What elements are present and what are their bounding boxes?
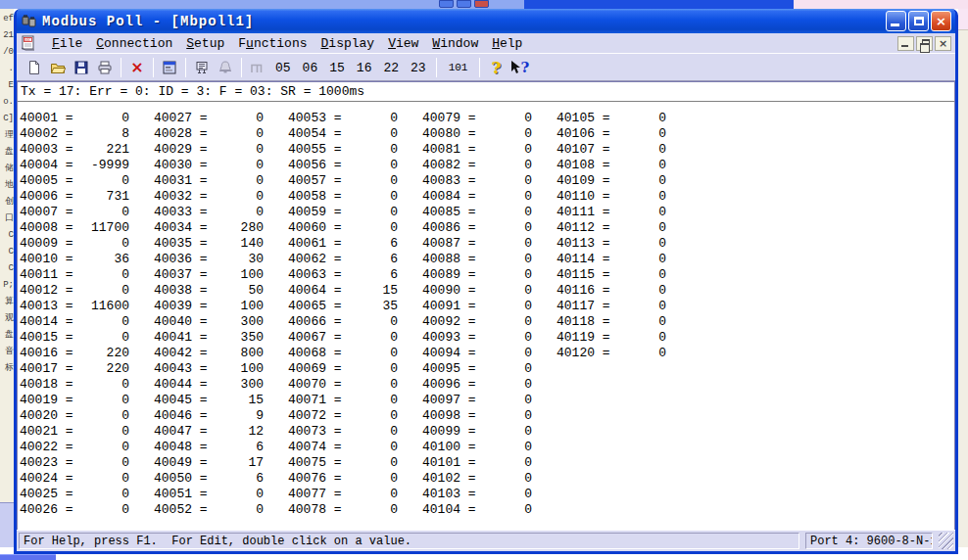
register-value[interactable]: 12 (248, 424, 264, 440)
register-cell[interactable]: 40015 =0 (20, 330, 129, 346)
register-cell[interactable]: 40118 =0 (557, 314, 666, 330)
register-value[interactable]: 221 (107, 142, 129, 158)
register-value[interactable]: 0 (256, 111, 264, 126)
register-value[interactable]: 0 (390, 142, 398, 158)
register-cell[interactable]: 40090 =0 (422, 283, 532, 299)
register-value[interactable]: 0 (390, 361, 398, 377)
register-cell[interactable]: 40071 =0 (288, 393, 398, 408)
register-cell[interactable]: 40028 =0 (154, 126, 264, 142)
register-value[interactable]: 0 (524, 408, 532, 424)
register-cell[interactable]: 40045 =15 (154, 393, 264, 408)
register-cell[interactable]: 40112 =0 (557, 220, 666, 236)
register-value[interactable]: 220 (107, 346, 129, 361)
register-cell[interactable]: 40057 =0 (288, 173, 398, 189)
register-cell[interactable]: 40111 =0 (557, 205, 666, 220)
register-cell[interactable]: 40120 =0 (557, 346, 666, 361)
register-cell[interactable]: 40034 =280 (154, 220, 264, 236)
register-cell[interactable]: 40038 =50 (154, 283, 264, 299)
register-value[interactable]: 0 (658, 236, 666, 252)
register-cell[interactable]: 40080 =0 (422, 126, 532, 142)
disconnect-button[interactable]: × (125, 56, 149, 78)
register-value[interactable]: 0 (658, 346, 666, 361)
register-cell[interactable]: 40004 =-9999 (20, 158, 129, 173)
register-value[interactable]: 0 (390, 471, 398, 487)
register-cell[interactable]: 40058 =0 (288, 189, 398, 205)
register-cell[interactable]: 40100 =0 (422, 440, 532, 455)
register-cell[interactable]: 40074 =0 (288, 440, 398, 455)
register-value[interactable]: 0 (390, 440, 398, 455)
register-value[interactable]: 0 (524, 314, 532, 330)
register-cell[interactable]: 40079 =0 (422, 111, 532, 126)
register-cell[interactable]: 40055 =0 (288, 142, 398, 158)
register-value[interactable]: 731 (107, 189, 129, 205)
register-value[interactable]: 0 (121, 330, 129, 346)
register-cell[interactable]: 40073 =0 (288, 424, 398, 440)
register-value[interactable]: 0 (658, 283, 666, 299)
register-value[interactable]: 6 (390, 252, 398, 267)
menu-setup[interactable]: Setup (179, 35, 231, 52)
register-cell[interactable]: 40001 =0 (20, 111, 129, 126)
register-value[interactable]: 0 (390, 220, 398, 236)
register-cell[interactable]: 40082 =0 (422, 158, 532, 173)
register-cell[interactable]: 40053 =0 (288, 111, 398, 126)
register-value[interactable]: 0 (524, 393, 532, 408)
register-value[interactable]: 0 (390, 502, 398, 518)
register-cell[interactable]: 40066 =0 (288, 314, 398, 330)
register-value[interactable]: 0 (524, 487, 532, 502)
help-button[interactable]: ? (484, 56, 508, 78)
register-cell[interactable]: 40024 =0 (20, 471, 129, 487)
register-cell[interactable]: 40052 =0 (154, 502, 264, 518)
register-cell[interactable]: 40032 =0 (154, 189, 264, 205)
background-close-button[interactable] (474, 0, 489, 8)
register-value[interactable]: 0 (524, 236, 532, 252)
register-value[interactable]: 11600 (91, 299, 129, 314)
register-cell[interactable]: 40076 =0 (288, 471, 398, 487)
register-value[interactable]: 0 (390, 173, 398, 189)
register-cell[interactable]: 40085 =0 (422, 205, 532, 220)
register-value[interactable]: 0 (121, 424, 129, 440)
register-value[interactable]: 0 (524, 220, 532, 236)
titlebar[interactable]: Modbus Poll - [Mbpoll1] × (17, 9, 955, 33)
register-cell[interactable]: 40115 =0 (557, 267, 666, 283)
register-value[interactable]: 0 (121, 393, 129, 408)
register-value[interactable]: 0 (524, 189, 532, 205)
register-value[interactable]: 0 (524, 330, 532, 346)
menu-file[interactable]: File (45, 35, 89, 52)
register-cell[interactable]: 40091 =0 (422, 299, 532, 314)
register-value[interactable]: 0 (524, 142, 532, 158)
register-cell[interactable]: 40056 =0 (288, 158, 398, 173)
register-value[interactable]: 0 (658, 220, 666, 236)
function-16-button[interactable]: 16 (351, 61, 378, 75)
register-value[interactable]: 6 (390, 267, 398, 283)
register-cell[interactable]: 40095 =0 (422, 361, 532, 377)
register-value[interactable]: 0 (524, 455, 532, 471)
background-minimize-button[interactable] (439, 0, 454, 8)
menu-help[interactable]: Help (485, 35, 529, 52)
register-cell[interactable]: 40089 =0 (422, 267, 532, 283)
register-value[interactable]: 0 (658, 189, 666, 205)
register-cell[interactable]: 40050 =6 (154, 471, 264, 487)
open-file-button[interactable] (46, 56, 70, 78)
register-value[interactable]: 0 (658, 330, 666, 346)
function-05-button[interactable]: 05 (269, 61, 297, 75)
register-cell[interactable]: 40070 =0 (288, 377, 398, 393)
mdi-minimize-button[interactable] (897, 36, 914, 51)
register-value[interactable]: 0 (121, 111, 129, 126)
register-value[interactable]: 36 (114, 252, 129, 267)
register-value[interactable]: 0 (390, 377, 398, 393)
register-cell[interactable]: 40002 =8 (20, 126, 129, 142)
register-cell[interactable]: 40029 =0 (154, 142, 264, 158)
register-value[interactable]: 0 (390, 408, 398, 424)
register-cell[interactable]: 40088 =0 (422, 252, 532, 267)
register-cell[interactable]: 40037 =100 (154, 267, 264, 283)
register-value[interactable]: 35 (382, 299, 398, 314)
register-value[interactable]: 0 (524, 346, 532, 361)
register-value[interactable]: 0 (121, 408, 129, 424)
register-cell[interactable]: 40059 =0 (288, 205, 398, 220)
register-cell[interactable]: 40117 =0 (557, 299, 666, 314)
print-button[interactable] (93, 56, 117, 78)
register-value[interactable]: 0 (524, 111, 532, 126)
register-cell[interactable]: 40099 =0 (422, 424, 532, 440)
register-value[interactable]: 0 (524, 205, 532, 220)
register-value[interactable]: 0 (390, 314, 398, 330)
